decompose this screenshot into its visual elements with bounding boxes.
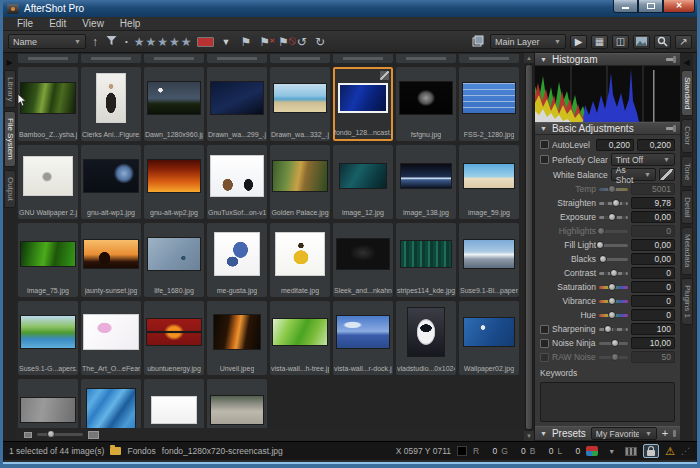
thumbnail-cell-cutoff[interactable] bbox=[18, 54, 78, 63]
thumbnail-cell[interactable]: ubuntuenergy.jpg bbox=[144, 301, 204, 375]
collapse-triangle-icon[interactable]: ▼ bbox=[540, 125, 547, 132]
sharpening-checkbox[interactable] bbox=[540, 325, 549, 334]
grid-scrollbar[interactable]: ▲ ▼ bbox=[524, 53, 534, 441]
pin-icon[interactable] bbox=[666, 127, 675, 130]
slider-track[interactable] bbox=[599, 188, 628, 191]
thumbnail-cell[interactable]: vista-wall...h-tree.jpg bbox=[270, 301, 330, 375]
close-button[interactable]: ✕ bbox=[663, 0, 695, 13]
slider-value[interactable]: 0,00 bbox=[631, 211, 675, 223]
slider-track[interactable] bbox=[599, 342, 628, 345]
autolevel-value-1[interactable]: 0,200 bbox=[596, 139, 634, 151]
thumbnail-cell[interactable]: The_Art_O...eFear.jpg bbox=[81, 301, 141, 375]
menu-item-file[interactable]: File bbox=[9, 18, 41, 29]
thumbnail-cell-cutoff[interactable] bbox=[270, 54, 330, 63]
thumbnail-cell[interactable]: vladstudio...0x1024.jpg bbox=[396, 301, 456, 375]
warning-icon[interactable]: ⚠ bbox=[665, 446, 675, 457]
slider-track[interactable] bbox=[599, 356, 628, 359]
maximize-button[interactable] bbox=[638, 0, 663, 13]
thumbnail-cell[interactable]: Suse9.1-Bl...papers.jpg bbox=[459, 223, 519, 297]
title-bar[interactable]: AfterShot Pro ✕ bbox=[3, 0, 697, 17]
thumbnail-cell-cutoff[interactable] bbox=[144, 54, 204, 63]
slider-thumb[interactable] bbox=[604, 325, 612, 333]
slider-thumb[interactable] bbox=[608, 283, 616, 291]
flag-pick-icon[interactable]: ⚑ bbox=[239, 36, 254, 48]
layer-dropdown[interactable]: Main Layer ▼ bbox=[490, 34, 566, 49]
thumbnail-cell[interactable]: meditate.jpg bbox=[270, 223, 330, 297]
noise-ninja-checkbox[interactable] bbox=[540, 339, 549, 348]
thumbnail-cell[interactable]: jaunty-sunset.jpg bbox=[81, 223, 141, 297]
white-balance-dropdown[interactable]: As Shot ▼ bbox=[611, 168, 656, 181]
slider-track[interactable] bbox=[599, 300, 628, 303]
thumbnail-cell[interactable] bbox=[144, 379, 204, 428]
color-profile-dropdown-icon[interactable]: ▼ bbox=[604, 444, 619, 459]
slider-value[interactable]: 10,00 bbox=[631, 337, 675, 349]
thumbnail-cell[interactable] bbox=[18, 379, 78, 428]
thumbnail-cell[interactable]: Dawn_1280x960.jpg bbox=[144, 67, 204, 141]
histogram-header[interactable]: ▼ Histogram bbox=[535, 53, 680, 66]
thumbnail-cell[interactable]: FSS-2_1280.jpg bbox=[459, 67, 519, 141]
slider-thumb[interactable] bbox=[612, 199, 620, 207]
fullscreen-icon[interactable]: ↗ bbox=[675, 35, 692, 49]
slider-value[interactable]: 100 bbox=[631, 323, 675, 335]
slider-thumb[interactable] bbox=[597, 227, 605, 235]
slider-thumb[interactable] bbox=[610, 269, 618, 277]
slider-track[interactable] bbox=[599, 202, 628, 205]
thumbnail-cell[interactable]: Unveil.jpeg bbox=[207, 301, 267, 375]
sidebar-tab-file-system[interactable]: File System bbox=[4, 111, 16, 167]
collapse-triangle-icon[interactable]: ▼ bbox=[540, 430, 547, 437]
minimize-button[interactable] bbox=[613, 0, 638, 13]
slideshow-icon[interactable]: ▶ bbox=[570, 35, 587, 49]
image-view-icon[interactable] bbox=[633, 35, 650, 49]
split-view-icon[interactable]: ◫ bbox=[612, 35, 629, 49]
pin-icon[interactable] bbox=[666, 58, 675, 61]
raw-noise-checkbox[interactable] bbox=[540, 353, 549, 362]
slider-value[interactable]: 0 bbox=[631, 225, 675, 237]
rotate-left-icon[interactable]: ↺ bbox=[295, 36, 309, 48]
presets-favorites-dropdown[interactable]: My Favorites ▼ bbox=[591, 427, 657, 440]
thumbnail-cell[interactable]: Golden Palace.jpg bbox=[270, 145, 330, 219]
scroll-up-icon[interactable]: ▲ bbox=[524, 53, 534, 63]
thumbnail-cell[interactable]: GnuTuxSof...on-v1.jpg bbox=[207, 145, 267, 219]
filter-icon[interactable] bbox=[104, 35, 119, 48]
thumbnail-cell[interactable]: me-gusta.jpg bbox=[207, 223, 267, 297]
slider-value[interactable]: 50 bbox=[631, 351, 675, 363]
color-profile-icon[interactable] bbox=[586, 446, 598, 456]
autolevel-value-2[interactable]: 0,200 bbox=[637, 139, 675, 151]
layers-icon[interactable] bbox=[470, 35, 486, 49]
menu-item-edit[interactable]: Edit bbox=[41, 18, 74, 29]
thumbnail-cell-cutoff[interactable] bbox=[81, 54, 141, 63]
slider-track[interactable] bbox=[599, 314, 628, 317]
rotate-right-icon[interactable]: ↻ bbox=[313, 36, 327, 48]
panel-tab-plugins-1[interactable]: Plugins 1 bbox=[681, 278, 693, 325]
slider-thumb[interactable] bbox=[608, 311, 616, 319]
scroll-down-icon[interactable]: ▼ bbox=[524, 431, 534, 441]
panel-tab-tone[interactable]: Tone bbox=[681, 156, 693, 187]
sidebar-tab-output[interactable]: Output bbox=[4, 170, 16, 208]
slider-track[interactable] bbox=[599, 244, 628, 247]
slider-thumb[interactable] bbox=[599, 255, 607, 263]
thumbnail-cell[interactable]: image_59.jpg bbox=[459, 145, 519, 219]
resize-grip[interactable]: ⋰ bbox=[681, 446, 691, 456]
slider-track[interactable] bbox=[599, 216, 628, 219]
collapse-triangle-icon[interactable]: ▼ bbox=[540, 56, 547, 63]
thumbnail-cell[interactable]: fsfgnu.jpg bbox=[396, 67, 456, 141]
thumbnail-cell[interactable]: vista-wall...r-dock.jpg bbox=[333, 301, 393, 375]
thumbnail-cell[interactable]: stripes114_kde.jpg bbox=[396, 223, 456, 297]
thumbnail-cell[interactable]: Sleek_and...nkahn.jpg bbox=[333, 223, 393, 297]
thumbnail-cell[interactable]: image_75.jpg bbox=[18, 223, 78, 297]
thumbnail-cell[interactable]: GNU Wallpaper 2.jpg bbox=[18, 145, 78, 219]
panel-tab-color[interactable]: Color bbox=[681, 119, 693, 152]
thumbnail-cell[interactable]: Clerks Ani...Figure.jpg bbox=[81, 67, 141, 141]
thumbnail-cell[interactable]: life_1680.jpg bbox=[144, 223, 204, 297]
thumbnail-cell-cutoff[interactable] bbox=[396, 54, 456, 63]
thumbnail-cell[interactable]: Wallpaper02.jpg bbox=[459, 301, 519, 375]
filmstrip-icon[interactable] bbox=[625, 447, 637, 456]
no-rating-dot-icon[interactable]: • bbox=[123, 36, 130, 48]
slider-value[interactable]: 0 bbox=[631, 281, 675, 293]
slider-value[interactable]: 0,00 bbox=[631, 253, 675, 265]
collapse-right-arrow-icon[interactable]: ◀ bbox=[683, 59, 689, 67]
panel-tab-metadata[interactable]: Metadata bbox=[681, 227, 693, 274]
add-preset-icon[interactable]: + bbox=[662, 428, 668, 439]
thumbnail-view-icon[interactable]: ▦ bbox=[591, 35, 608, 49]
presets-header[interactable]: ▼ Presets My Favorites ▼ + bbox=[535, 426, 680, 441]
